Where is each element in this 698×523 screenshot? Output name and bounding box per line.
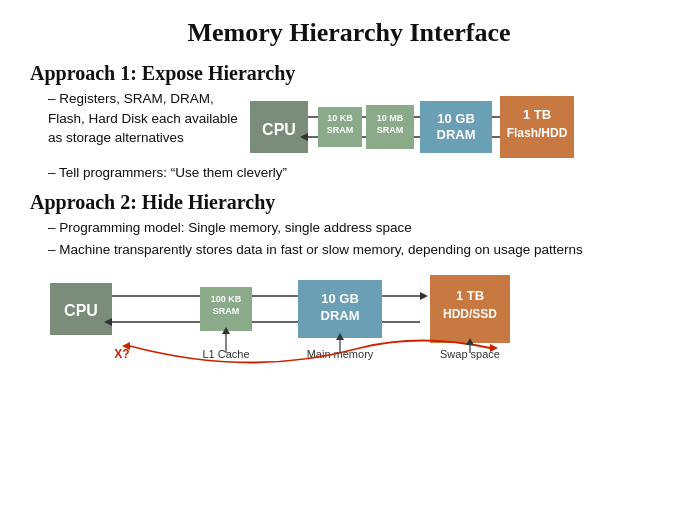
svg-text:SRAM: SRAM [327,125,354,135]
svg-text:10 KB: 10 KB [327,113,353,123]
svg-text:CPU: CPU [262,121,296,138]
svg-text:SRAM: SRAM [377,125,404,135]
svg-text:1 TB: 1 TB [523,107,551,122]
svg-marker-21 [420,292,428,300]
approach1-section: Approach 1: Expose Hierarchy Registers, … [30,62,668,183]
svg-text:1 TB: 1 TB [456,288,484,303]
approach2-bullet1: Programming model: Single memory, single… [48,218,668,238]
approach2-section: Approach 2: Hide Hierarchy Programming m… [30,191,668,260]
svg-text:100 KB: 100 KB [211,294,242,304]
approach2-bullet2: Machine transparently stores data in fas… [48,240,668,260]
svg-text:10 MB: 10 MB [377,113,404,123]
svg-text:DRAM: DRAM [321,308,360,323]
svg-text:10 GB: 10 GB [321,291,359,306]
svg-text:Flash/HDD: Flash/HDD [507,126,568,140]
approach1-heading: Approach 1: Expose Hierarchy [30,62,668,85]
diagram2: CPU 100 KB SRAM 10 GB DRAM 1 TB HDD/SSD … [50,268,670,398]
svg-text:CPU: CPU [64,302,98,319]
svg-text:X?: X? [114,347,129,361]
svg-text:HDD/SSD: HDD/SSD [443,307,497,321]
approach1-bullet1: Registers, SRAM, DRAM, Flash, Hard Disk … [48,89,240,148]
svg-text:SRAM: SRAM [213,306,240,316]
page-title: Memory Hierarchy Interface [30,18,668,48]
svg-text:DRAM: DRAM [437,127,476,142]
svg-text:10 GB: 10 GB [437,111,475,126]
approach2-heading: Approach 2: Hide Hierarchy [30,191,668,214]
approach1-bullet2: Tell programmers: “Use them cleverly” [48,163,668,183]
diagram1: CPU 10 KB SRAM 10 MB SRAM 10 GB DRAM [250,91,605,163]
